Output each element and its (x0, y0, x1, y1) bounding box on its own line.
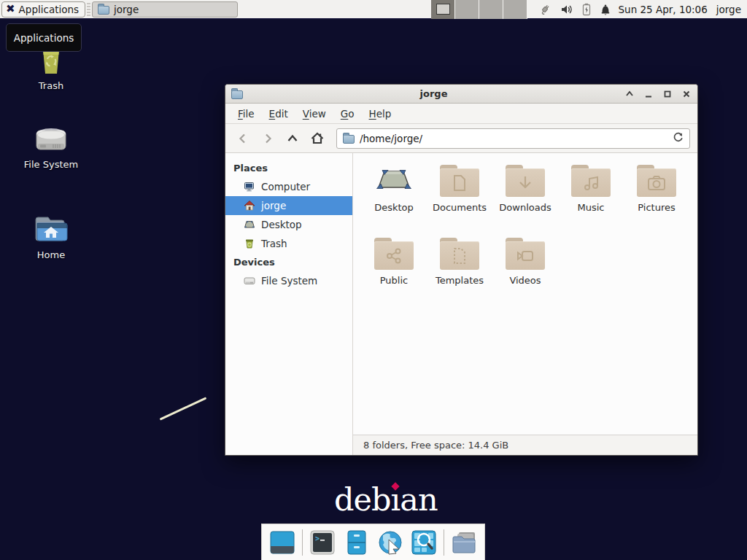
back-button[interactable] (233, 128, 253, 149)
statusbar-text: 8 folders, Free space: 14.4 GiB (363, 440, 508, 451)
workspace-2[interactable] (455, 0, 479, 19)
statusbar: 8 folders, Free space: 14.4 GiB (353, 435, 697, 455)
desktop-icon-file-system[interactable]: File System (16, 125, 86, 170)
file-item-documents[interactable]: Documents (427, 162, 492, 235)
home-button[interactable] (307, 128, 328, 149)
window-body: Places Computer jorge Desktop Trash Devi… (225, 153, 697, 455)
wallpaper-swoosh (160, 397, 207, 420)
applications-tooltip: Applications (6, 23, 82, 52)
file-item-label: Desktop (374, 202, 414, 213)
dock-separator (302, 529, 303, 556)
file-item-pictures[interactable]: Pictures (624, 162, 689, 235)
file-grid: Desktop Documents Downloads Music Pictur… (353, 153, 697, 435)
file-manager-window: jorge File Edit View Go Help /home/jorge… (225, 84, 698, 456)
home-folder-icon (33, 213, 69, 245)
show-desktop-icon (269, 529, 295, 556)
panel-handle (87, 3, 90, 16)
sidebar-item-computer[interactable]: Computer (225, 177, 352, 196)
templates-folder-icon (440, 238, 479, 270)
maximize-button[interactable] (662, 89, 673, 99)
menu-edit[interactable]: Edit (263, 106, 295, 122)
file-item-music[interactable]: Music (558, 162, 624, 235)
titlebar[interactable]: jorge (225, 85, 697, 104)
workspace-window-preview (436, 4, 450, 15)
shade-button[interactable] (624, 89, 635, 99)
applications-menu-label: Applications (19, 4, 79, 15)
file-item-downloads[interactable]: Downloads (492, 162, 558, 235)
reload-button[interactable] (673, 132, 684, 145)
close-button[interactable] (681, 89, 692, 99)
volume-icon[interactable] (560, 3, 573, 16)
desktop-icon (374, 165, 414, 197)
path-folder-icon (343, 135, 355, 144)
location-bar[interactable]: /home/jorge/ (336, 128, 690, 149)
taskbar-window-button[interactable]: jorge (92, 1, 238, 18)
path-text[interactable]: /home/jorge/ (360, 133, 667, 144)
battery-charging-icon[interactable] (581, 3, 592, 16)
file-item-public[interactable]: Public (361, 235, 427, 308)
window-title: jorge (243, 88, 624, 99)
menu-help[interactable]: Help (363, 106, 398, 122)
network-offline-icon[interactable] (538, 3, 552, 16)
side-pane: Places Computer jorge Desktop Trash Devi… (225, 153, 353, 455)
pictures-folder-icon (637, 165, 676, 197)
panel-username[interactable]: jorge (716, 4, 741, 15)
file-manager-launcher[interactable] (343, 529, 370, 556)
desktop-icon (244, 219, 255, 230)
debian-logo-text-2: an (400, 481, 437, 518)
terminal-launcher[interactable]: > (309, 529, 336, 556)
minimize-button[interactable] (643, 89, 654, 99)
menu-file[interactable]: File (231, 106, 261, 122)
debian-logo: debıan (334, 481, 438, 518)
trash-icon (244, 238, 255, 249)
sidebar-item-file-system[interactable]: File System (225, 271, 352, 290)
app-finder-icon (411, 529, 437, 556)
workspace-3[interactable] (479, 0, 503, 19)
sidebar-item-trash[interactable]: Trash (225, 234, 352, 253)
bottom-dock: > (261, 524, 485, 560)
debian-logo-text: deb (334, 481, 391, 518)
xfce-logo-icon: ✖ (6, 4, 15, 15)
menu-view[interactable]: View (296, 106, 333, 122)
workspace-4[interactable] (503, 0, 527, 19)
applications-tooltip-text: Applications (14, 32, 74, 44)
sidebar-item-desktop[interactable]: Desktop (225, 215, 352, 234)
file-item-label: Downloads (499, 202, 551, 213)
file-item-label: Templates (436, 275, 484, 286)
file-item-label: Pictures (638, 202, 675, 213)
toolbar: /home/jorge/ (225, 124, 697, 153)
svg-text:>: > (315, 534, 320, 542)
menu-go[interactable]: Go (334, 106, 361, 122)
applications-menu-button[interactable]: ✖ Applications (1, 1, 85, 18)
sidebar-item-label: File System (261, 275, 317, 287)
devices-header: Devices (225, 253, 352, 271)
terminal-icon: > (309, 529, 336, 556)
directory-menu-launcher[interactable] (451, 529, 478, 556)
sidebar-item-label: Computer (261, 181, 310, 192)
file-view: Desktop Documents Downloads Music Pictur… (353, 153, 697, 455)
system-tray (538, 3, 611, 16)
sidebar-item-label: Trash (261, 238, 287, 249)
web-browser-launcher[interactable] (376, 529, 403, 556)
places-header: Places (225, 159, 352, 177)
up-button[interactable] (282, 128, 303, 149)
sidebar-item-jorge[interactable]: jorge (225, 196, 352, 215)
forward-button[interactable] (258, 128, 278, 149)
top-panel: ✖ Applications jorge Sun 25 Apr, 10:06 j… (0, 0, 747, 19)
harddisk-icon (244, 275, 255, 287)
harddisk-icon (33, 125, 69, 155)
panel-clock[interactable]: Sun 25 Apr, 10:06 (619, 4, 708, 15)
sidebar-item-label: jorge (261, 200, 286, 211)
notifications-bell-icon[interactable] (600, 3, 611, 16)
app-finder-launcher[interactable] (410, 529, 437, 556)
file-item-label: Documents (433, 202, 487, 213)
computer-icon (244, 181, 255, 192)
file-item-templates[interactable]: Templates (427, 235, 492, 308)
file-item-videos[interactable]: Videos (492, 235, 558, 308)
file-item-desktop[interactable]: Desktop (361, 162, 427, 235)
workspace-1[interactable] (431, 0, 455, 19)
music-folder-icon (571, 165, 611, 197)
desktop-icon-home[interactable]: Home (16, 213, 86, 260)
show-desktop-button[interactable] (268, 529, 295, 556)
share-folder-icon (374, 238, 414, 270)
